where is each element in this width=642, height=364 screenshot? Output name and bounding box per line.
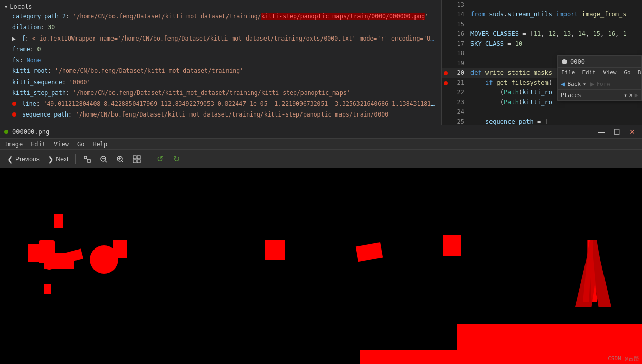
back-arrow: ▾ — [583, 81, 586, 87]
local-item: kitti_sequence: '0000' — [4, 77, 437, 88]
local-item: category_path_2: '/home/CN/bo.feng/Datas… — [4, 11, 437, 22]
red-shape — [356, 242, 383, 262]
file-dialog-menubar: File Edit View Go B — [558, 68, 641, 78]
image-viewer-window: 000000.png — ☐ ✕ Image Edit View Go Help… — [0, 125, 642, 364]
code-line: 17 SKY_CLASS = 10 — [442, 39, 642, 49]
zoom-in-button[interactable] — [113, 152, 127, 166]
local-item[interactable]: ▶ f: <_io.TextIOWrapper name='/home/CN/b… — [4, 33, 437, 44]
status-dot — [562, 59, 567, 64]
toolbar-separator — [75, 154, 76, 164]
svg-rect-13 — [137, 160, 140, 163]
red-shape — [54, 214, 63, 228]
window-dot — [4, 130, 8, 134]
svg-line-2 — [87, 159, 88, 160]
places-close-icon[interactable]: ✕ — [629, 91, 633, 99]
svg-rect-11 — [137, 156, 140, 159]
svg-line-9 — [122, 161, 123, 162]
debug-locals-panel: ▾ Locals category_path_2: '/home/CN/bo.f… — [0, 0, 442, 130]
code-line: 15 — [442, 20, 642, 29]
previous-button[interactable]: ❮ Previous — [4, 154, 43, 165]
menu-help[interactable]: Help — [92, 141, 107, 148]
back-label[interactable]: Back — [567, 81, 581, 87]
code-line: 24 — [442, 107, 642, 117]
menu-image[interactable]: Image — [4, 141, 23, 148]
toolbar-separator-2 — [148, 154, 148, 164]
code-line: 13 — [442, 0, 642, 10]
local-item: kitti_step_path: '/home/CN/bo.feng/Datas… — [4, 88, 437, 99]
red-shape — [44, 284, 51, 294]
svg-line-5 — [105, 161, 107, 162]
file-menu-b[interactable]: B — [636, 69, 642, 76]
file-menu-go[interactable]: Go — [622, 69, 632, 76]
forward-label[interactable]: Forw — [596, 81, 610, 87]
svg-rect-1 — [88, 160, 90, 162]
places-arrow: ▾ — [624, 92, 627, 98]
next-button[interactable]: ❯ Next — [45, 154, 72, 165]
red-shape — [265, 240, 285, 260]
prev-arrow-icon: ❮ — [7, 155, 13, 163]
menu-go[interactable]: Go — [77, 141, 84, 148]
maximize-button[interactable]: ☐ — [611, 126, 622, 138]
menu-edit[interactable]: Edit — [31, 141, 46, 148]
file-dialog-title: 0000 — [570, 58, 585, 65]
file-menu-view[interactable]: View — [601, 69, 618, 76]
code-line: 16 MOVER_CLASSES = [11, 12, 13, 14, 15, … — [442, 29, 642, 39]
locals-header[interactable]: ▾ Locals — [4, 2, 437, 11]
image-filename: 000000.png — [12, 128, 49, 136]
menu-view[interactable]: View — [54, 141, 69, 148]
image-menubar: Image Edit View Go Help — [0, 139, 642, 150]
red-shape — [360, 350, 462, 364]
zoom-fit-button[interactable] — [80, 152, 95, 166]
red-shape — [443, 235, 461, 256]
local-item: sequence_path: '/home/CN/bo.feng/Dataset… — [4, 109, 437, 120]
file-browser-dialog: 0000 File Edit View Go B ◀ Back ▾ ▶ Forw… — [557, 55, 642, 101]
rotate-right-button[interactable]: ↻ — [169, 152, 183, 166]
local-item: line: '49.011212804408 8.4228850417969 1… — [4, 99, 437, 109]
red-shape — [90, 245, 118, 274]
svg-rect-10 — [133, 156, 136, 159]
rotate-left-button[interactable]: ↺ — [153, 152, 167, 166]
local-item: fs: None — [4, 55, 437, 66]
info-button[interactable] — [129, 152, 144, 166]
red-shape — [44, 258, 55, 270]
file-nav-bar: ◀ Back ▾ ▶ Forw — [558, 78, 641, 90]
local-item: dilation: 30 — [4, 22, 437, 33]
file-menu-edit[interactable]: Edit — [581, 69, 598, 76]
red-shape — [66, 248, 83, 262]
zoom-out-button[interactable] — [97, 152, 111, 166]
code-line: 14 from suds.stream_utils import image_f… — [442, 10, 642, 20]
next-arrow-icon: ❯ — [48, 155, 54, 163]
svg-rect-0 — [84, 156, 87, 159]
svg-rect-12 — [133, 160, 136, 163]
local-item: frame: 0 — [4, 44, 437, 55]
places-bar: Places ▾ ✕ ▶ — [558, 90, 641, 100]
dialog-scroll-right[interactable]: ▶ — [635, 91, 638, 99]
local-item: kitti_root: '/home/CN/bo.feng/Dataset/ki… — [4, 66, 437, 76]
watermark: CSDN @古路 — [608, 355, 639, 362]
file-dialog-header: 0000 — [558, 56, 641, 68]
red-shape — [28, 244, 39, 262]
image-titlebar: 000000.png — ☐ ✕ — [0, 125, 642, 139]
places-label[interactable]: Places — [561, 92, 622, 99]
close-button[interactable]: ✕ — [627, 126, 638, 138]
image-toolbar: ❮ Previous ❯ Next — [0, 150, 642, 168]
minimize-button[interactable]: — — [596, 126, 607, 138]
file-menu-file[interactable]: File — [560, 69, 577, 76]
image-canvas: CSDN @古路 — [0, 168, 642, 364]
